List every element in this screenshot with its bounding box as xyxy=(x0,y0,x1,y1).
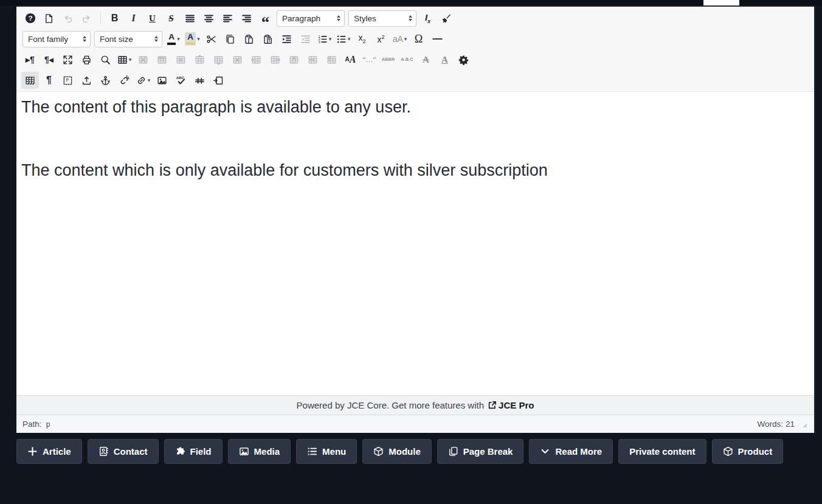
abbreviation-button[interactable]: ABBR xyxy=(379,51,397,68)
split-cells-button[interactable] xyxy=(323,51,340,68)
article-button[interactable]: Article xyxy=(16,439,82,464)
readmore-button[interactable] xyxy=(191,72,209,89)
deletion-button[interactable]: A xyxy=(417,51,435,68)
pagebreak-button[interactable] xyxy=(210,72,227,89)
table-row-properties-button[interactable] xyxy=(153,51,171,68)
underline-button[interactable]: U xyxy=(143,10,161,27)
subscript-button[interactable]: x2 xyxy=(353,30,371,47)
insert-row-before-button[interactable] xyxy=(191,51,209,68)
product-button[interactable]: Product xyxy=(712,439,784,464)
ltr-paragraph-button[interactable]: ▸¶ xyxy=(21,51,39,68)
font-family-select[interactable]: Font family xyxy=(22,31,91,47)
fullscreen-button[interactable] xyxy=(59,51,77,68)
delete-table-button[interactable] xyxy=(134,51,152,68)
cleanup-button[interactable] xyxy=(438,10,455,27)
field-button[interactable]: Field xyxy=(164,439,223,464)
link-button[interactable]: ▾ xyxy=(134,72,152,89)
font-size-select[interactable]: Font size xyxy=(94,31,162,47)
jce-pro-label: JCE Pro xyxy=(499,400,534,410)
insert-column-before-button[interactable] xyxy=(247,51,265,68)
align-justify-button[interactable] xyxy=(181,10,199,27)
contact-button[interactable]: Contact xyxy=(88,439,159,464)
editor-content-area[interactable]: The content of this paragraph is availab… xyxy=(16,92,814,395)
upload-button[interactable] xyxy=(78,72,95,89)
attributes-icon xyxy=(458,55,469,65)
cut-icon xyxy=(206,34,216,44)
align-right-icon xyxy=(241,13,252,24)
page-break-button[interactable]: Page Break xyxy=(437,439,524,464)
acronym-button[interactable]: A.B.C xyxy=(398,51,416,68)
toolbar-row-2: Font familyFont sizeA▾A▾T123▾▾x2x2aA▾Ω— xyxy=(19,29,812,49)
read-more-button[interactable]: Read More xyxy=(529,439,613,464)
strikethrough-button[interactable]: S xyxy=(162,10,180,27)
xtd-button-label: Read More xyxy=(555,446,602,457)
paste-button[interactable] xyxy=(240,30,258,47)
text-color-button[interactable]: A▾ xyxy=(165,30,182,47)
italic-button[interactable]: I xyxy=(125,10,142,27)
jce-editor: ?BIUS“ParagraphStylesIxFont familyFont s… xyxy=(16,5,815,433)
special-character-button[interactable]: Ω xyxy=(410,30,427,47)
cleanup-icon xyxy=(441,13,452,24)
styles-select[interactable]: Styles xyxy=(348,10,416,27)
image-button[interactable] xyxy=(153,72,171,89)
new-document-button[interactable] xyxy=(40,10,58,27)
delete-row-button[interactable] xyxy=(229,51,246,68)
horizontal-rule-button[interactable]: — xyxy=(429,30,446,47)
unlink-icon xyxy=(119,75,130,86)
remove-format-button[interactable]: Ix xyxy=(419,10,437,27)
search-replace-button[interactable] xyxy=(97,51,114,68)
align-right-button[interactable] xyxy=(238,10,255,27)
background-color-icon: A xyxy=(185,32,196,46)
undo-button[interactable] xyxy=(59,10,77,27)
print-button[interactable] xyxy=(78,51,95,68)
insert-table-button[interactable]: ▾ xyxy=(116,51,133,68)
toolbar-row-3: ▸¶¶◂▾AA“…”ABBRA.B.CAA xyxy=(19,49,812,70)
edit-css-style-button[interactable]: AA xyxy=(342,51,359,68)
quotes-button[interactable]: “…” xyxy=(361,51,378,68)
align-center-button[interactable] xyxy=(200,10,218,27)
merge-cells-button[interactable] xyxy=(304,51,322,68)
paste-text-button[interactable]: T xyxy=(259,30,277,47)
path-value[interactable]: p xyxy=(46,420,50,429)
dropdown-caret-icon: ▾ xyxy=(148,78,151,83)
background-color-button[interactable]: A▾ xyxy=(184,30,201,47)
visual-aid-button[interactable] xyxy=(21,72,39,89)
outdent-button[interactable] xyxy=(297,30,314,47)
rtl-paragraph-button[interactable]: ¶◂ xyxy=(40,51,58,68)
page-background: ?BIUS“ParagraphStylesIxFont familyFont s… xyxy=(0,0,822,504)
blockquote-button[interactable]: “ xyxy=(257,10,274,27)
superscript-button[interactable]: x2 xyxy=(372,30,390,47)
align-left-button[interactable] xyxy=(219,10,237,27)
toolbar-row-1: ?BIUS“ParagraphStylesIx xyxy=(19,8,812,29)
delete-column-button[interactable] xyxy=(285,51,303,68)
bold-button[interactable]: B xyxy=(106,10,123,27)
spellcheck-button[interactable]: ABC xyxy=(172,72,190,89)
insertion-button[interactable]: A xyxy=(436,51,454,68)
private-content-button[interactable]: Private content xyxy=(618,439,706,464)
case-change-button[interactable]: aA▾ xyxy=(391,30,409,47)
help-button[interactable]: ? xyxy=(21,10,39,27)
chevron-down-icon xyxy=(540,446,550,457)
redo-button[interactable] xyxy=(78,10,95,27)
unlink-button[interactable] xyxy=(116,72,133,89)
media-button[interactable]: Media xyxy=(228,439,291,464)
anchor-button[interactable] xyxy=(97,72,114,89)
unordered-list-button[interactable]: ▾ xyxy=(334,30,352,47)
attributes-button[interactable] xyxy=(455,51,472,68)
jce-pro-link[interactable]: JCE Pro xyxy=(488,400,534,410)
resize-grip-icon[interactable] xyxy=(800,420,808,429)
format-select[interactable]: Paragraph xyxy=(277,10,345,27)
visual-chars-button[interactable]: ¶ xyxy=(40,72,58,89)
cut-button[interactable] xyxy=(202,30,220,47)
insert-column-after-button[interactable] xyxy=(266,51,284,68)
table-cell-properties-button[interactable] xyxy=(172,51,190,68)
horizontal-rule-icon: — xyxy=(433,34,443,44)
indent-button[interactable] xyxy=(278,30,295,47)
visual-blocks-button[interactable]: P xyxy=(59,72,77,89)
acronym-icon: A.B.C xyxy=(401,57,413,62)
ordered-list-button[interactable]: 123▾ xyxy=(316,30,333,47)
module-button[interactable]: Module xyxy=(362,439,432,464)
insert-row-after-button[interactable] xyxy=(210,51,227,68)
menu-button[interactable]: Menu xyxy=(296,439,357,464)
copy-button[interactable] xyxy=(221,30,239,47)
